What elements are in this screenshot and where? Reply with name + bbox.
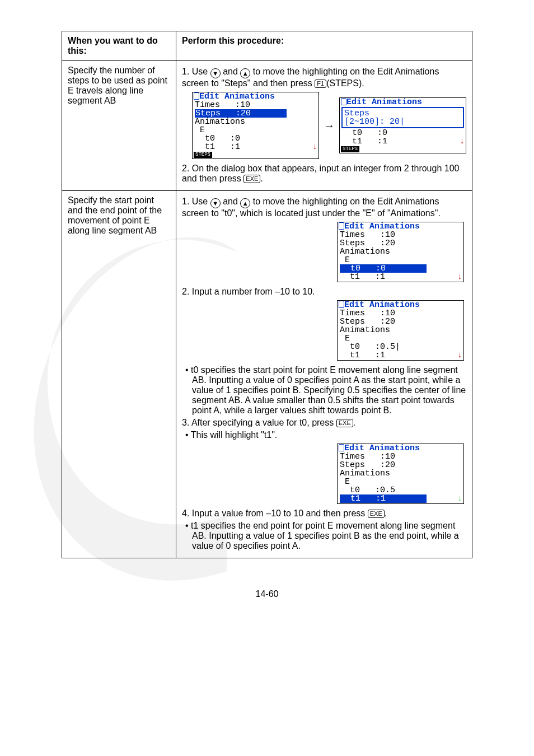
lcd-line: Steps :20 bbox=[338, 318, 463, 326]
row2-task: Specify the start point and the end poin… bbox=[62, 191, 176, 558]
lcd-screen-steps-highlighted: Edit Animations Times :10 Steps :20 Anim… bbox=[192, 92, 319, 159]
text: . bbox=[260, 174, 263, 183]
arrow-right-icon: → bbox=[324, 119, 335, 132]
text: . bbox=[385, 508, 387, 518]
lcd-hl-label: t1 bbox=[340, 494, 360, 503]
scroll-down-icon: ↓ bbox=[460, 137, 465, 146]
lcd-line: Animations bbox=[193, 118, 318, 126]
text: t1 :1 bbox=[340, 351, 385, 360]
lcd-line: t1 :1↓ bbox=[340, 137, 466, 146]
lcd-line: E bbox=[338, 478, 463, 486]
lcd-line: Animations bbox=[338, 469, 463, 478]
lcd-line: t1 :1↓ bbox=[338, 351, 463, 360]
row2-step4: 4. Input a value from –10 to 10 and then… bbox=[182, 508, 466, 519]
text: . bbox=[353, 418, 355, 427]
scroll-down-icon: ↓ bbox=[457, 494, 462, 503]
exe-key-icon: EXE bbox=[368, 510, 385, 518]
lcd-hl-val: :1 bbox=[376, 494, 386, 503]
text: t1 :1 bbox=[340, 272, 385, 282]
lcd-line: t1 :1↓ bbox=[193, 143, 318, 151]
text: 3. After specifying a value for t0, pres… bbox=[182, 418, 336, 427]
lcd-line: Animations bbox=[338, 248, 463, 256]
lcd-line: E bbox=[338, 256, 463, 264]
fkey-label: STEPS bbox=[194, 152, 212, 158]
row1-procedure: 1. Use ▼ and ▲ to move the highlighting … bbox=[176, 61, 472, 191]
dialog-input: [2~100]: 20| bbox=[344, 118, 461, 126]
row2-step1: 1. Use ▼ and ▲ to move the highlighting … bbox=[182, 197, 466, 218]
row2-step3: 3. After specifying a value for t0, pres… bbox=[182, 418, 466, 428]
lcd-line: t0 :0 bbox=[193, 134, 318, 143]
f1-key-icon: F1 bbox=[315, 80, 326, 88]
lcd-line: Times :10 bbox=[193, 101, 318, 109]
scroll-down-icon: ↓ bbox=[457, 351, 462, 360]
lcd-line: t0 :0.5 bbox=[338, 486, 463, 494]
header-col2: Perform this procedure: bbox=[176, 31, 472, 61]
scroll-down-icon: ↓ bbox=[312, 143, 317, 151]
page-number: 14-60 bbox=[62, 589, 472, 599]
row2-step2: 2. Input a number from –10 to 10. bbox=[182, 287, 466, 297]
fkey-label: STEPS bbox=[341, 146, 359, 152]
lcd-line: t0 :0 bbox=[338, 264, 463, 273]
row2-bullet1: • t0 specifies the start point for point… bbox=[185, 365, 466, 416]
lcd-title: Edit Animations bbox=[344, 222, 420, 231]
text: 2. On the dialog box that appears, input… bbox=[182, 164, 459, 183]
lcd-line: E bbox=[193, 126, 318, 134]
lcd-line: t1 :1↓ bbox=[338, 273, 463, 281]
row1-task: Specify the number of steps to be used a… bbox=[62, 61, 176, 191]
lcd-line: t0 :0.5| bbox=[338, 343, 463, 351]
row2-bullet3: • t1 specifies the end point for point E… bbox=[185, 521, 466, 551]
lcd-title: Edit Animations bbox=[199, 92, 275, 101]
text: 4. Input a value from –10 to 10 and then… bbox=[182, 508, 368, 518]
lcd-title: Edit Animations bbox=[346, 98, 422, 106]
lcd-line: Times :10 bbox=[338, 452, 463, 461]
dialog-title: Steps bbox=[344, 109, 461, 118]
lcd-line: Times :10 bbox=[338, 231, 463, 239]
text: t1 :1 bbox=[342, 137, 387, 146]
row2-procedure: 1. Use ▼ and ▲ to move the highlighting … bbox=[176, 191, 472, 558]
text: (STEPS). bbox=[326, 78, 364, 88]
lcd-line: Times :10 bbox=[338, 309, 463, 318]
lcd-line: t0 :0 bbox=[340, 129, 466, 137]
lcd-screen-t0-highlighted: Edit Animations Times :10 Steps :20 Anim… bbox=[337, 222, 464, 282]
text: and bbox=[221, 197, 241, 206]
down-key-icon: ▼ bbox=[210, 198, 221, 208]
lcd-title: Edit Animations bbox=[344, 444, 420, 452]
lcd-line: E bbox=[338, 334, 463, 343]
row2-bullet2: • This will highlight "t1". bbox=[185, 430, 466, 440]
row1-step2: 2. On the dialog box that appears, input… bbox=[182, 164, 466, 184]
lcd-dialog: Steps [2~100]: 20| bbox=[341, 107, 464, 128]
lcd-line: Steps :20 bbox=[338, 239, 463, 248]
lcd-screen-steps-dialog: Edit Animations Steps [2~100]: 20| t0 :0… bbox=[339, 97, 466, 153]
lcd-line: Animations bbox=[338, 326, 463, 334]
exe-key-icon: EXE bbox=[243, 175, 260, 183]
up-key-icon: ▲ bbox=[240, 68, 250, 78]
lcd-title: Edit Animations bbox=[344, 301, 420, 309]
text: t1 :1 bbox=[195, 142, 240, 152]
text: 1. Use bbox=[182, 67, 210, 76]
up-key-icon: ▲ bbox=[240, 198, 250, 208]
text: 1. Use bbox=[182, 197, 210, 206]
lcd-line: Steps :20 bbox=[338, 461, 463, 469]
exe-key-icon: EXE bbox=[336, 419, 353, 427]
row1-step1: 1. Use ▼ and ▲ to move the highlighting … bbox=[182, 67, 466, 88]
down-key-icon: ▼ bbox=[210, 68, 221, 78]
lcd-line: t1 :1 ↓ bbox=[338, 494, 463, 503]
procedure-table: When you want to do this: Perform this p… bbox=[62, 31, 472, 558]
text: and bbox=[221, 67, 241, 76]
lcd-screen-t0-input: Edit Animations Times :10 Steps :20 Anim… bbox=[337, 300, 464, 361]
lcd-screen-t1-highlighted: Edit Animations Times :10 Steps :20 Anim… bbox=[337, 444, 464, 504]
scroll-down-icon: ↓ bbox=[457, 273, 462, 281]
lcd-line: Steps :20 bbox=[193, 109, 318, 118]
header-col1: When you want to do this: bbox=[62, 31, 176, 61]
